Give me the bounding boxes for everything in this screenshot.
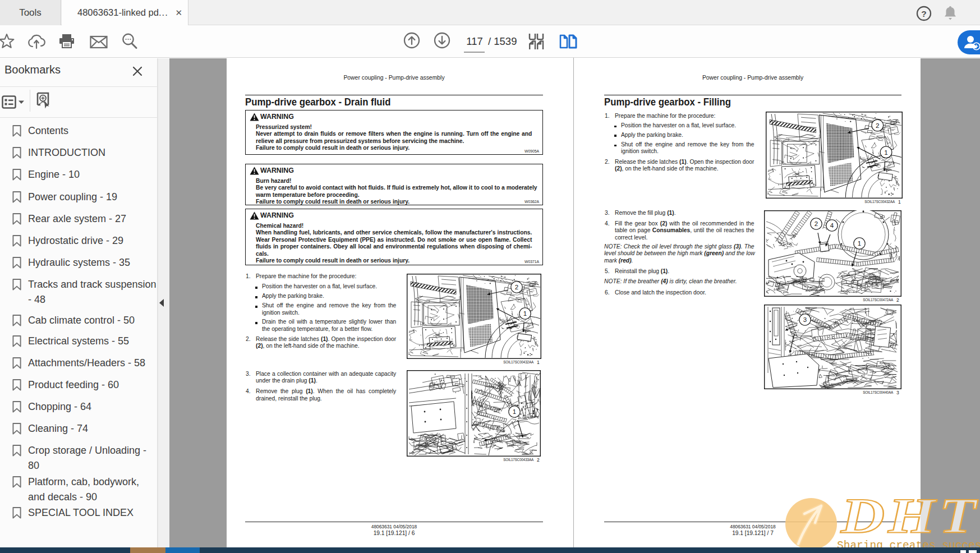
svg-text:DHT: DHT <box>840 488 979 543</box>
